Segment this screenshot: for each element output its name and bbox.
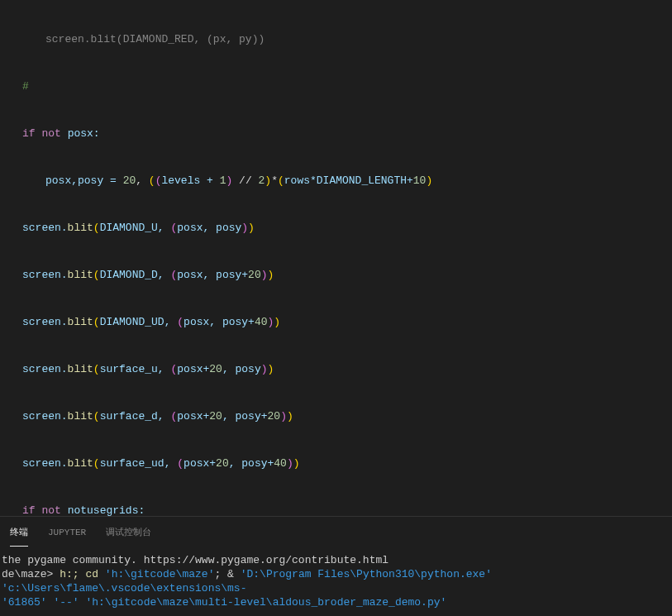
code-line: screen.blit(surface_d, (posx+20, posy+20…	[0, 408, 672, 424]
code-line: screen.blit(DIAMOND_U, (posx, posy))	[0, 220, 672, 236]
tab-terminal[interactable]: 终端	[10, 522, 28, 547]
tab-debug-console[interactable]: 调试控制台	[106, 522, 151, 547]
code-line: screen.blit(surface_ud, (posx+20, posy+4…	[0, 456, 672, 471]
terminal-line: '61865' '--' 'h:\gitcode\maze\multi-leve…	[2, 595, 670, 609]
terminal-line: de\maze> h:; cd 'h:\gitcode\maze'; & 'D:…	[2, 567, 670, 595]
code-line: #	[0, 79, 672, 94]
terminal-output[interactable]: the pygame community. https://www.pygame…	[0, 547, 672, 616]
code-line: screen.blit(DIAMOND_RED, (px, py))	[0, 31, 672, 47]
code-line: screen.blit(DIAMOND_UD, (posx, posy+40))	[0, 314, 672, 330]
bottom-panel: 终端 JUPYTER 调试控制台 the pygame community. h…	[0, 516, 672, 616]
code-line: screen.blit(DIAMOND_D, (posx, posy+20))	[0, 267, 672, 283]
tab-jupyter[interactable]: JUPYTER	[48, 522, 86, 547]
terminal-line: the pygame community. https://www.pygame…	[2, 553, 670, 567]
code-line: screen.blit(surface_u, (posx+20, posy))	[0, 361, 672, 377]
panel-tabs: 终端 JUPYTER 调试控制台	[0, 517, 672, 547]
code-line: posx,posy = 20, ((levels + 1) // 2)*(row…	[0, 173, 672, 189]
code-line: if not posx:	[0, 126, 672, 141]
